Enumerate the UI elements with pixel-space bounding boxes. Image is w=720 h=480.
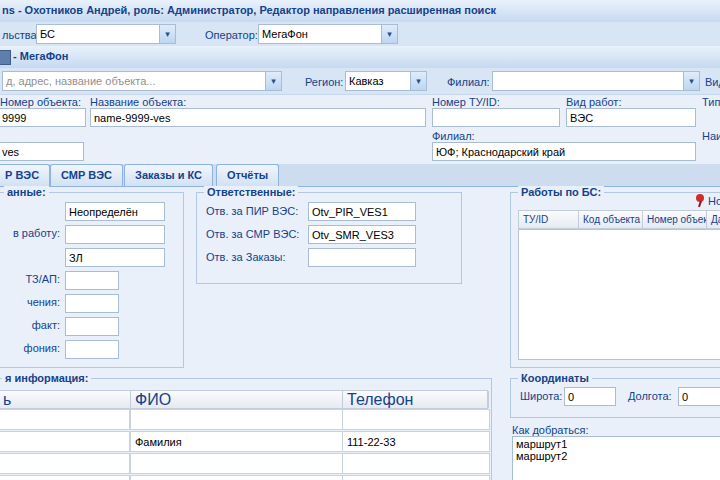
filter-toolbar: льства: ▾ Оператор: ▾ bbox=[0, 22, 720, 47]
branch-filter-input[interactable] bbox=[492, 71, 684, 91]
responsible-orders-input[interactable] bbox=[308, 248, 416, 267]
contacts-grid-header: ь ФИО Телефон bbox=[0, 390, 488, 409]
responsible-legend: Ответственные: bbox=[204, 186, 298, 198]
contacts-cell-1-2[interactable]: 111-22-33 bbox=[342, 431, 490, 452]
app-title-bar: ns - Охотников Андрей, роль: Администрат… bbox=[0, 0, 720, 23]
directions-label: Как добраться: bbox=[512, 424, 589, 436]
tu-id-label: Номер ТУ/ID: bbox=[432, 96, 500, 108]
responsible-pir-input[interactable] bbox=[308, 202, 416, 221]
worktype-label: Вид работ: bbox=[566, 96, 621, 108]
region-combo-arrow-icon[interactable]: ▾ bbox=[410, 71, 427, 91]
responsible-smr-label: Отв. за СМР ВЭС: bbox=[206, 228, 299, 240]
contacts-cell-0-1[interactable] bbox=[130, 409, 344, 430]
tab-orders-ks-label: Заказы и КС bbox=[135, 169, 202, 181]
tab-strip: Р ВЭС СМР ВЭС Заказы и КС Отчёты bbox=[0, 164, 720, 187]
works-legend: Работы по БС: bbox=[518, 186, 604, 198]
longitude-label: Долгота: bbox=[628, 390, 672, 402]
general-row-5-input[interactable] bbox=[65, 317, 119, 336]
operator-combo-arrow-icon[interactable]: ▾ bbox=[381, 24, 398, 44]
general-row-4-input[interactable] bbox=[65, 294, 119, 313]
tab-pir-ves[interactable]: Р ВЭС bbox=[0, 164, 50, 186]
general-row-4-label: чения: bbox=[0, 296, 60, 308]
region-label: Регион: bbox=[305, 76, 343, 88]
contacts-cell-0-0[interactable] bbox=[0, 409, 130, 430]
general-row-5-label: факт: bbox=[0, 319, 60, 331]
branch-input[interactable] bbox=[432, 142, 696, 161]
contacts-cell-3-1[interactable] bbox=[130, 475, 344, 480]
search-toolbar: ▾ Регион: ▾ Филиал: ▾ Вид bbox=[0, 68, 720, 95]
object-code-input[interactable] bbox=[0, 142, 84, 161]
object-name-label: Название объекта: bbox=[90, 96, 186, 108]
general-row-1-label: в работу: bbox=[0, 227, 60, 239]
general-row-6-label: фония: bbox=[0, 342, 60, 354]
section-title: - МегаФон bbox=[13, 50, 68, 62]
contacts-cell-0-2[interactable] bbox=[342, 409, 490, 430]
latitude-input[interactable] bbox=[564, 387, 616, 406]
app-window: ns - Охотников Андрей, роль: Администрат… bbox=[0, 0, 720, 480]
contacts-cell-1-0[interactable] bbox=[0, 431, 130, 452]
contacts-cell-3-0[interactable] bbox=[0, 475, 130, 480]
longitude-input[interactable] bbox=[678, 387, 720, 406]
construction-combo-input[interactable] bbox=[36, 24, 160, 44]
construction-label: льства: bbox=[2, 29, 40, 41]
general-row-0-input[interactable] bbox=[65, 202, 165, 221]
app-title: ns - Охотников Андрей, роль: Администрат… bbox=[2, 4, 496, 16]
object-search-arrow-icon[interactable]: ▾ bbox=[265, 71, 282, 91]
region-combo-input[interactable] bbox=[345, 71, 411, 91]
latitude-label: Широта: bbox=[520, 390, 562, 402]
object-number-input[interactable] bbox=[0, 108, 86, 127]
object-type-label: Тип р bbox=[702, 96, 720, 108]
works-column-date[interactable]: Дат bbox=[707, 211, 720, 228]
contacts-cell-2-1[interactable] bbox=[130, 453, 344, 474]
name2-cut-label: Наим bbox=[702, 130, 720, 142]
general-row-6-input[interactable] bbox=[65, 340, 119, 359]
works-column-tu-id[interactable]: ТУ/ID bbox=[519, 211, 579, 228]
section-header-bar: - МегаФон bbox=[0, 46, 720, 69]
responsible-smr-input[interactable] bbox=[308, 225, 416, 244]
responsible-orders-label: Отв. за Заказы: bbox=[206, 251, 286, 263]
tab-orders-ks[interactable]: Заказы и КС bbox=[124, 164, 213, 186]
general-legend: анные: bbox=[4, 186, 49, 198]
operator-combo[interactable]: ▾ bbox=[258, 24, 398, 44]
operator-combo-input[interactable] bbox=[258, 24, 382, 44]
contacts-column-role[interactable]: ь bbox=[0, 391, 131, 408]
construction-combo[interactable]: ▾ bbox=[36, 24, 176, 44]
works-column-object-code[interactable]: Код объекта bbox=[579, 211, 643, 228]
responsible-pir-label: Отв. за ПИР ВЭС: bbox=[206, 205, 298, 217]
branch-filter-label: Филиал: bbox=[447, 76, 490, 88]
contacts-cell-1-1[interactable]: Фамилия bbox=[130, 431, 344, 452]
tab-pir-ves-label: Р ВЭС bbox=[5, 169, 39, 181]
branch-filter-arrow-icon[interactable]: ▾ bbox=[683, 71, 700, 91]
coordinates-legend: Координаты bbox=[518, 372, 592, 384]
tab-smr-ves[interactable]: СМР ВЭС bbox=[50, 164, 123, 186]
directions-textarea[interactable]: маршрут1 маршрут2 bbox=[512, 436, 720, 480]
contacts-legend: я информация: bbox=[2, 372, 91, 384]
branch-filter-combo[interactable]: ▾ bbox=[492, 71, 700, 91]
section-icon bbox=[0, 50, 11, 65]
right-cut-label: Вид bbox=[705, 76, 720, 88]
general-row-3-input[interactable] bbox=[65, 271, 119, 290]
works-grid-header: ТУ/ID Код объекта Номер объекта Дат bbox=[518, 210, 720, 229]
worktype-input[interactable] bbox=[566, 108, 696, 127]
tu-id-input[interactable] bbox=[432, 108, 560, 127]
object-search-input[interactable] bbox=[2, 71, 266, 91]
object-search-combo[interactable]: ▾ bbox=[2, 71, 282, 91]
general-row-3-label: ТЗ/АП: bbox=[0, 273, 60, 285]
object-number-label: Номер объекта: bbox=[0, 96, 81, 108]
contacts-column-fio[interactable]: ФИО bbox=[131, 391, 343, 408]
tab-reports[interactable]: Отчёты bbox=[216, 164, 279, 186]
object-name-input[interactable] bbox=[90, 108, 426, 127]
general-row-1-input[interactable] bbox=[65, 225, 165, 244]
operator-label: Оператор: bbox=[205, 29, 258, 41]
general-row-2-input[interactable] bbox=[65, 248, 165, 267]
works-grid-body[interactable] bbox=[518, 229, 720, 360]
region-combo[interactable]: ▾ bbox=[345, 71, 427, 91]
contacts-column-phone[interactable]: Телефон bbox=[343, 391, 489, 408]
contacts-cell-2-0[interactable] bbox=[0, 453, 130, 474]
construction-combo-arrow-icon[interactable]: ▾ bbox=[159, 24, 176, 44]
branch-label: Филиал: bbox=[432, 130, 475, 142]
contacts-cell-3-2[interactable] bbox=[342, 475, 490, 480]
contacts-cell-2-2[interactable] bbox=[342, 453, 490, 474]
tab-smr-ves-label: СМР ВЭС bbox=[61, 169, 112, 181]
works-column-object-number[interactable]: Номер объекта bbox=[643, 211, 707, 228]
